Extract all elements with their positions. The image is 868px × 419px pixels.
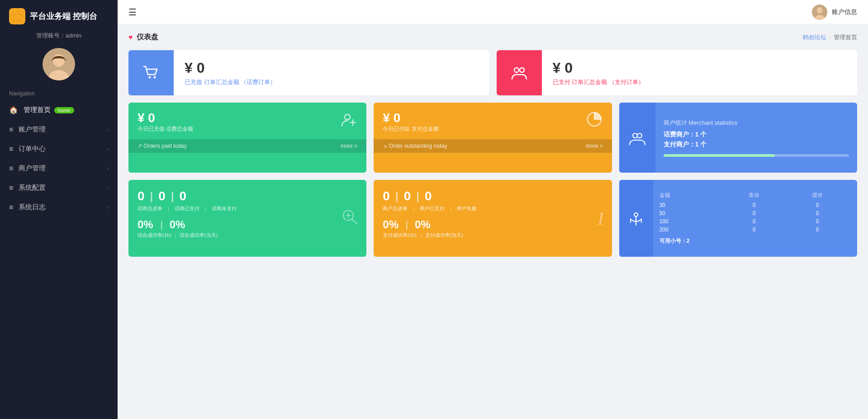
home-badge: home [54, 107, 74, 113]
card-today-charged-footer: ↗ Orders paid today more > [128, 139, 366, 153]
sidebar-item-orders[interactable]: ≡ 订单中心 › [0, 139, 118, 159]
chevron-right-icon-orders: › [107, 146, 109, 152]
sep1: | [150, 190, 153, 202]
merchant-stat-huafei: 话费商户：1 个 [664, 131, 849, 139]
orders-paid-today-label: ↗ Orders paid today [138, 143, 187, 149]
svg-point-12 [345, 114, 350, 120]
row4-stock: 0 [722, 226, 786, 233]
card-merchant-stats: 商户统计 Merchant statistics 话费商户：1 个 支付商户：1… [619, 103, 857, 173]
row2-stock: 0 [722, 210, 786, 217]
huashang-rate-1: 0% [138, 218, 153, 231]
list-icon-sysconfig: ≡ [9, 184, 13, 192]
account-info-button[interactable]: 账户信息 [812, 5, 857, 20]
huashang-num-3: 0 [180, 189, 187, 203]
label-pay-rate-1h: 支付成功率(1h) [383, 232, 417, 239]
card-huashang-stats: 0 | 0 | 0 话商总进单 | 话商已支付 | 话商未支付 0% ｜ 0% [128, 180, 366, 257]
sidebar-nav-label: Navigation [0, 88, 118, 100]
merchant-stats-title: 商户统计 Merchant statistics [664, 119, 849, 127]
shanghui-rate-labels: 支付成功率(1h) | 支付成功率(当天) [383, 232, 602, 239]
stats-row-3: 0 | 0 | 0 话商总进单 | 话商已支付 | 话商未支付 0% ｜ 0% [128, 180, 857, 257]
sidebar-title: 平台业务端 控制台 [30, 11, 97, 22]
sidebar-item-syslog-label: 系统日志 [19, 203, 46, 212]
sidebar: 平台业务端 控制台 管理账号：admin Navigation 🏠 管理首页 h… [0, 0, 118, 419]
more-link-2[interactable]: more > [586, 143, 603, 149]
sidebar-item-syslog[interactable]: ≡ 系统日志 › [0, 198, 118, 217]
list-icon-merchant: ≡ [9, 165, 13, 173]
chevron-right-icon-syslog: › [107, 204, 109, 211]
sidebar-item-home-label: 管理首页 [24, 106, 51, 114]
italic-icon: I [598, 208, 603, 229]
charged-label: 已充值 订单汇总金额 （话费订单） [185, 78, 479, 86]
col-header-stock: 库存 [722, 192, 786, 199]
row3-cache: 0 [786, 218, 849, 225]
stats-row-1: ¥ 0 已充值 订单汇总金额 （话费订单） ¥ 0 已支付 订单汇总金额 （支付… [128, 50, 857, 95]
sidebar-item-home[interactable]: 🏠 管理首页 home [0, 100, 118, 120]
sidebar-header: 平台业务端 控制台 [0, 0, 118, 29]
chevron-right-icon-account: › [107, 127, 109, 133]
content-area: ♥ 仪表盘 鸥创论坛 › 管理首页 ¥ 0 [118, 24, 868, 419]
topbar: ☰ 账户信息 [118, 0, 868, 24]
sidebar-admin-label: 管理账号：admin [0, 29, 118, 44]
merchant-stats-body: 商户统计 Merchant statistics 话费商户：1 个 支付商户：1… [655, 103, 857, 173]
shanghui-rates: 0% ｜ 0% [383, 218, 602, 231]
row1-amount: 30 [659, 202, 723, 208]
breadcrumb-item-2: 管理首页 [834, 33, 857, 42]
sidebar-item-orders-label: 订单中心 [19, 145, 46, 153]
person-add-icon [340, 111, 357, 132]
svg-point-16 [633, 133, 637, 138]
menu-toggle-icon[interactable]: ☰ [128, 7, 137, 18]
available-small-numbers: 可用小号：2 [659, 237, 851, 245]
merchant-stat-zhifu: 支付商户：1 个 [664, 141, 849, 149]
card-shanghui-stats: 0 | 0 | 0 商户总进单 | 商户已支付 | 商户失败 0% ｜ 0% [374, 180, 612, 257]
label-shanghui-failed: 商户失败 [457, 205, 477, 212]
more-link-1[interactable]: more > [341, 143, 358, 149]
row4-cache: 0 [786, 226, 849, 233]
col-header-amount: 金额 [659, 192, 723, 199]
list-icon-syslog: ≡ [9, 203, 13, 212]
huashang-rate-2: 0% [170, 218, 185, 231]
page-title: 仪表盘 [137, 33, 158, 42]
card-charged-body: ¥ 0 已充值 订单汇总金额 （话费订单） [174, 52, 489, 94]
label-shanghui-total: 商户总进单 [383, 205, 408, 212]
card-today-charged: ¥ 0 今日已充值 话费总金额 ↗ Orders paid today more… [128, 103, 366, 173]
row4-amount: 200 [659, 226, 723, 233]
merchant-progress-bar [664, 154, 775, 157]
paid-label: 已支付 订单汇总金额 （支付订单） [553, 78, 847, 86]
svg-point-8 [149, 76, 151, 79]
sep3: | [395, 190, 398, 202]
label-pay-rate-day: 支付成功率(当天) [425, 232, 463, 239]
shanghui-labels: 商户总进单 | 商户已支付 | 商户失败 [383, 205, 602, 212]
row1-stock: 0 [722, 202, 786, 208]
inventory-row-3: 100 0 0 [659, 218, 851, 225]
svg-point-10 [514, 68, 519, 72]
sidebar-item-account[interactable]: ≡ 账户管理 › [0, 120, 118, 139]
sidebar-item-sysconfig-label: 系统配置 [19, 184, 46, 192]
label-huashang-total: 话商总进单 [138, 205, 162, 212]
card-paid-total: ¥ 0 已支付 订单汇总金额 （支付订单） [497, 50, 858, 95]
huashang-rates: 0% ｜ 0% [138, 218, 357, 231]
row3-stock: 0 [722, 218, 786, 225]
cart-icon-bg [128, 50, 174, 95]
row1-cache: 0 [786, 202, 849, 208]
card-today-paid-top: ¥ 0 今日已付款 支付总金额 [383, 111, 602, 133]
stats-row-2: ¥ 0 今日已充值 话费总金额 ↗ Orders paid today more… [128, 103, 857, 173]
shanghui-nums: 0 | 0 | 0 [383, 189, 602, 203]
page-title-wrap: ♥ 仪表盘 [128, 33, 158, 42]
shanghui-rate-2: 0% [415, 218, 431, 231]
row2-cache: 0 [786, 210, 849, 217]
row3-amount: 100 [659, 218, 723, 225]
sidebar-item-sysconfig[interactable]: ≡ 系统配置 › [0, 178, 118, 198]
main-content: ☰ 账户信息 ♥ 仪表盘 鸥创论坛 › 管理首页 [118, 0, 868, 419]
card-today-charged-top: ¥ 0 今日已充值 话费总金额 [138, 111, 357, 133]
huashang-nums: 0 | 0 | 0 [138, 189, 357, 203]
sidebar-logo [9, 8, 25, 24]
breadcrumb-item-1[interactable]: 鸥创论坛 [803, 33, 826, 42]
sidebar-item-merchant[interactable]: ≡ 商户管理 › [0, 159, 118, 178]
huashang-labels: 话商总进单 | 话商已支付 | 话商未支付 [138, 205, 357, 212]
merchant-icon-bg [619, 103, 655, 173]
svg-marker-0 [11, 11, 23, 22]
page-header: ♥ 仪表盘 鸥创论坛 › 管理首页 [128, 33, 857, 42]
huashang-rate-labels: 综合成功率(1h) | 综合成功率(当天) [138, 232, 357, 239]
card-today-paid-content: ¥ 0 今日已付款 支付总金额 [383, 111, 438, 133]
breadcrumb-separator: › [829, 34, 831, 41]
